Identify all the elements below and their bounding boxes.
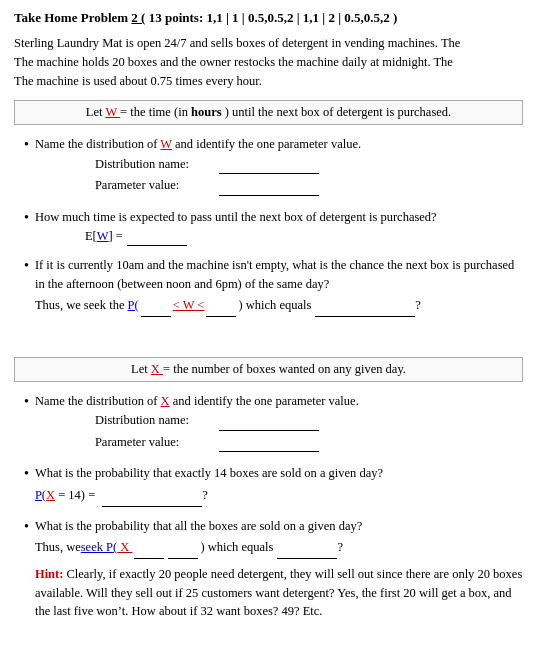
bx3-qmark: ? <box>337 536 343 559</box>
bw2-ew-line: E[W] = <box>85 226 523 246</box>
bx1-dist-row: Distribution name: Parameter value: <box>95 411 523 453</box>
bx1-var: X <box>161 394 170 408</box>
section-x-suffix: = the number of boxes wanted on any give… <box>163 362 406 376</box>
bw2-ew-blank[interactable] <box>127 226 187 246</box>
bullet-x1-dot: • <box>24 391 29 412</box>
bw1-dist-row: Distribution name: Parameter value: <box>95 154 523 196</box>
title-text: Take Home Problem <box>14 10 128 25</box>
section-w-suffix: = the time (in <box>120 105 188 119</box>
bw3-blank2[interactable] <box>206 294 236 318</box>
bx3-equals-blank[interactable] <box>277 535 337 559</box>
bx2-text: What is the probability that exactly 14 … <box>35 466 383 480</box>
problem-title: Take Home Problem 2 ( 13 points: 1,1 | 1… <box>14 10 523 26</box>
section-w-var: W <box>105 105 120 119</box>
bullets-x: • Name the distribution of X and identif… <box>24 392 523 621</box>
bw2-text: How much time is expected to pass until … <box>35 210 437 224</box>
bx3-hint-block: Hint: Clearly, if exactly 20 people need… <box>35 565 523 621</box>
bx1-dist-blank[interactable] <box>219 411 319 431</box>
bx1-param-blank[interactable] <box>219 433 319 453</box>
bx1-text1: Name the distribution of <box>35 394 161 408</box>
bx1-param-label: Parameter value: <box>95 433 215 452</box>
bw3-thus: Thus, we seek the <box>35 294 128 317</box>
intro-line2: The machine holds 20 boxes and the owner… <box>14 55 431 69</box>
section-x-var: X <box>151 362 163 376</box>
bw1-param-blank[interactable] <box>219 176 319 196</box>
bx2-p-line: P(X = 14) = ? <box>35 483 523 507</box>
intro-the: The <box>441 36 460 50</box>
bw2-ew-label: E[ <box>85 227 97 246</box>
bx3-hint-label: Hint: <box>35 567 63 581</box>
bw2-ew-eq: = <box>113 227 123 246</box>
bullet-w2-content: How much time is expected to pass until … <box>35 208 523 247</box>
bullet-x2-dot: • <box>24 463 29 484</box>
bullet-w2: • How much time is expected to pass unti… <box>24 208 523 247</box>
bullet-w3-content: If it is currently 10am and the machine … <box>35 256 523 317</box>
bw3-p-line: Thus, we seek the P( < W < ) which equal… <box>35 294 523 318</box>
section-x-prefix: Let <box>131 362 148 376</box>
bw1-param-label: Parameter value: <box>95 176 215 195</box>
bw3-blank1[interactable] <box>141 294 171 318</box>
bx2-eq14: = 14) = <box>55 484 98 507</box>
bw3-close: ) which equals <box>238 294 311 317</box>
bx3-close: ) which equals <box>200 536 273 559</box>
gap-between-sections <box>14 327 523 343</box>
bx1-text2: and identify the one parameter value. <box>173 394 359 408</box>
bullet-w3-dot: • <box>24 255 29 276</box>
bx1-param-row: Parameter value: <box>95 433 523 453</box>
bullet-w1-dot: • <box>24 134 29 155</box>
bullet-w1-content: Name the distribution of W and identify … <box>35 135 523 197</box>
bullet-x3-content: What is the probability that all the box… <box>35 517 523 622</box>
bw1-param-row: Parameter value: <box>95 176 523 196</box>
bullet-x3: • What is the probability that all the b… <box>24 517 523 622</box>
bw3-text: If it is currently 10am and the machine … <box>35 258 514 291</box>
intro-paragraph: Sterling Laundry Mat is open 24/7 and se… <box>14 34 523 90</box>
bw1-var: W <box>160 137 172 151</box>
bx3-thus: Thus, we <box>35 536 81 559</box>
bx1-dist-name-row: Distribution name: <box>95 411 523 431</box>
bw3-lt-w: < W < <box>173 294 205 317</box>
bw1-text2: and identify the one parameter value. <box>175 137 361 151</box>
title-underline: 2 ( <box>131 10 145 25</box>
intro-the2: The <box>433 55 452 69</box>
bx3-seek-p: seek P( <box>81 536 117 559</box>
bx3-p-line: Thus, we seek P( X ) which equals ? <box>35 535 523 559</box>
section-w-box: Let W = the time (in hours ) until the n… <box>14 100 523 125</box>
bx1-dist-label: Distribution name: <box>95 411 215 430</box>
bw3-equals-blank[interactable] <box>315 294 415 318</box>
bx2-p-label: P( <box>35 484 46 507</box>
section-w-bold: hours <box>191 105 222 119</box>
bw1-dist-label: Distribution name: <box>95 155 215 174</box>
bw2-ew-var: W <box>97 227 109 246</box>
section-w-end: ) until the next box of detergent is pur… <box>225 105 451 119</box>
bullets-w: • Name the distribution of W and identif… <box>24 135 523 317</box>
bw3-qmark: ? <box>415 294 421 317</box>
section-w-prefix: Let <box>86 105 103 119</box>
bullet-x1-content: Name the distribution of X and identify … <box>35 392 523 454</box>
bx2-x: X <box>46 484 55 507</box>
bx3-blank2[interactable] <box>168 535 198 559</box>
bw1-text1: Name the distribution of <box>35 137 160 151</box>
bullet-x1: • Name the distribution of X and identif… <box>24 392 523 454</box>
bx2-qmark: ? <box>202 484 208 507</box>
bullet-x2: • What is the probability that exactly 1… <box>24 464 523 506</box>
bullet-w1: • Name the distribution of W and identif… <box>24 135 523 197</box>
bullet-x2-content: What is the probability that exactly 14 … <box>35 464 523 506</box>
bx3-text: What is the probability that all the box… <box>35 519 362 533</box>
bullet-w3: • If it is currently 10am and the machin… <box>24 256 523 317</box>
bw1-dist-name-row: Distribution name: <box>95 154 523 174</box>
bullet-x3-dot: • <box>24 516 29 537</box>
bullet-w2-dot: • <box>24 207 29 228</box>
bx3-hint-text: Clearly, if exactly 20 people need deter… <box>35 567 522 619</box>
bx3-x: X <box>117 536 132 559</box>
bx3-blank1[interactable] <box>134 535 164 559</box>
intro-line3: The machine is used about 0.75 times eve… <box>14 74 262 88</box>
bw3-p-label: P( <box>128 294 139 317</box>
section-x-box: Let X = the number of boxes wanted on an… <box>14 357 523 382</box>
bx2-blank[interactable] <box>102 483 202 507</box>
intro-line1: Sterling Laundry Mat is open 24/7 and se… <box>14 36 438 50</box>
bw1-dist-blank[interactable] <box>219 154 319 174</box>
